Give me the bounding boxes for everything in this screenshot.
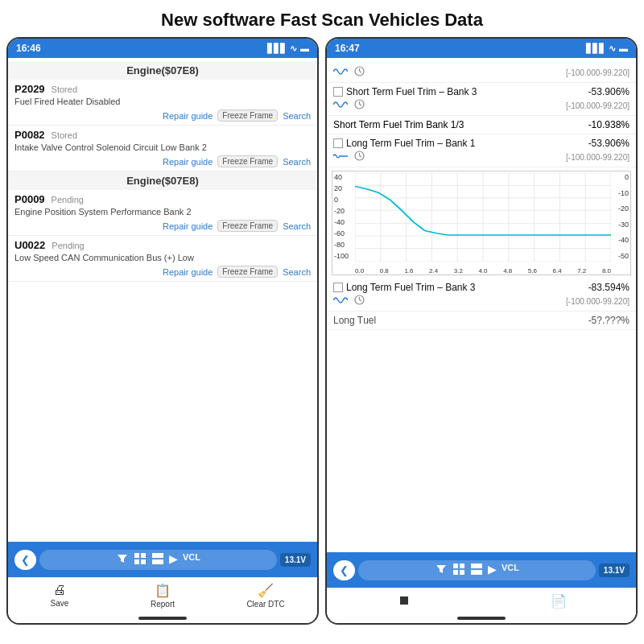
range-ltft-b1: [-100.000-99.220]	[566, 153, 630, 162]
label-ltft-b3: Long Term Fuel Trim – Bank 3	[346, 282, 588, 293]
label-partial2: uel	[363, 315, 376, 326]
left-bottom-toolbar: ❮ ▶ VCL 13.1V	[8, 542, 317, 577]
right-filter-icon[interactable]	[435, 563, 448, 578]
left-home-indicator	[138, 617, 187, 620]
left-signal-icon: ▋▋▋	[267, 43, 287, 54]
label-stft-b3: Short Term Fuel Trim – Bank 3	[346, 86, 588, 97]
sensor-row-partial: Long T uel -5?.???%	[327, 312, 636, 330]
sensor-row-ltft-b3: Long Term Fuel Trim – Bank 3 -83.594% [-…	[327, 279, 636, 312]
svg-rect-1	[141, 553, 146, 558]
left-phone: 16:46 ▋▋▋ ∿ ▬ Engine($07E8) P2029 Stored…	[6, 37, 319, 625]
left-wifi-icon: ∿	[290, 43, 297, 54]
right-nav-doc[interactable]: 📄	[481, 588, 636, 613]
search-btn-p2029[interactable]: Search	[283, 111, 311, 121]
left-back-btn[interactable]: ❮	[14, 550, 36, 570]
wave-icon-ltft-b1[interactable]	[333, 151, 348, 163]
right-signal-icon: ▋▋▋	[586, 43, 605, 54]
left-nav-report[interactable]: 📋 Report	[111, 578, 214, 613]
right-wifi-icon: ∿	[609, 43, 616, 54]
svg-rect-3	[141, 559, 146, 564]
right-bottom-toolbar: ❮ ▶ VCL 13.1V	[327, 552, 636, 588]
dtc-item-p0009: P0009 Pending Engine Position System Per…	[8, 190, 317, 236]
dtc-desc-p0082: Intake Valve Control Solenoid Circuit Lo…	[14, 142, 311, 152]
dtc-desc-p2029: Fuel Fired Heater Disabled	[14, 97, 311, 106]
clock-icon-stft-b3[interactable]	[354, 99, 365, 112]
checkbox-ltft-b3[interactable]	[333, 283, 343, 292]
freeze-frame-btn-p0009[interactable]: Freeze Frame	[217, 220, 278, 232]
left-vcl-label: VCL	[183, 552, 200, 568]
dtc-code-p0082: P0082	[14, 129, 45, 141]
value-ltft-b3: -83.594%	[588, 282, 630, 293]
clock-icon-top[interactable]	[354, 66, 365, 79]
left-save-label: Save	[51, 599, 69, 608]
right-vcl-label: VCL	[502, 563, 519, 578]
right-phone: 16:47 ▋▋▋ ∿ ▬	[325, 37, 638, 625]
right-layout2-icon[interactable]	[470, 563, 483, 578]
left-layout1-icon[interactable]	[134, 552, 147, 568]
right-doc-icon: 📄	[551, 593, 567, 609]
freeze-frame-btn-p2029[interactable]: Freeze Frame	[217, 109, 278, 122]
svg-rect-38	[460, 564, 464, 568]
right-status-bar: 16:47 ▋▋▋ ∿ ▬	[327, 39, 636, 58]
repair-guide-btn-u0022[interactable]: Repair guide	[163, 267, 213, 277]
left-layout2-icon[interactable]	[151, 552, 164, 568]
repair-guide-btn-p0009[interactable]: Repair guide	[163, 221, 213, 231]
sensor-chart: 40200-20-40-60-80-100 0-10-20-30-40-50	[332, 171, 631, 275]
dtc-status-p0009: Pending	[52, 195, 84, 204]
clock-icon-ltft-b1[interactable]	[354, 151, 365, 163]
freeze-frame-btn-u0022[interactable]: Freeze Frame	[217, 266, 278, 278]
sensor-row-stft-b3: Short Term Fuel Trim – Bank 3 -53.906% […	[327, 83, 636, 116]
dtc-item-p0082: P0082 Stored Intake Valve Control Soleno…	[8, 126, 317, 171]
dtc-status-p2029: Stored	[52, 85, 77, 94]
svg-rect-42	[471, 570, 482, 575]
right-back-btn[interactable]: ❮	[333, 560, 355, 580]
wave-icon-stft-b3[interactable]	[333, 100, 348, 112]
right-nav-stop[interactable]: ⏹	[327, 588, 481, 613]
freeze-frame-btn-p0082[interactable]: Freeze Frame	[217, 155, 278, 167]
search-btn-p0082[interactable]: Search	[283, 157, 311, 167]
left-battery-icon: ▬	[300, 43, 309, 53]
sensor-row-top: [-100.000-99.220]	[327, 61, 636, 83]
right-battery-icon: ▬	[619, 43, 628, 53]
dtc-code-p2029: P2029	[14, 83, 45, 95]
section-header-2: Engine($07E8)	[8, 171, 317, 190]
left-play-icon[interactable]: ▶	[169, 552, 178, 568]
checkbox-stft-b3[interactable]	[333, 87, 343, 97]
dtc-status-u0022: Pending	[52, 241, 84, 250]
right-layout1-icon[interactable]	[452, 563, 465, 578]
svg-line-8	[360, 72, 362, 73]
left-nav-clear[interactable]: 🧹 Clear DTC	[214, 578, 317, 613]
repair-guide-btn-p2029[interactable]: Repair guide	[163, 111, 213, 121]
right-home-indicator	[457, 617, 506, 620]
dtc-desc-u0022: Low Speed CAN Communication Bus (+) Low	[14, 253, 311, 262]
sensor-row-ltft-b1: Long Term Fuel Trim – Bank 1 -53.906% [-…	[327, 134, 636, 167]
sensor-row-stft-b13: Short Term Fuel Trim Bank 1/3 -10.938%	[327, 116, 636, 134]
wave-icon-top[interactable]	[333, 67, 348, 79]
svg-rect-41	[471, 564, 482, 568]
left-filter-icon[interactable]	[116, 552, 129, 568]
left-voltage-badge: 13.1V	[280, 553, 311, 567]
section-header-1: Engine($07E8)	[8, 61, 317, 80]
value-stft-b13: -10.938%	[588, 119, 630, 130]
label-partial: Long T	[333, 315, 363, 326]
svg-rect-40	[460, 570, 464, 575]
right-time: 16:47	[335, 43, 360, 54]
range-stft-b3: [-100.000-99.220]	[566, 101, 630, 110]
chart-inner	[355, 173, 611, 262]
clock-icon-ltft-b3[interactable]	[354, 295, 365, 308]
right-stop-icon: ⏹	[398, 593, 411, 608]
wave-icon-ltft-b3[interactable]	[333, 295, 348, 308]
repair-guide-btn-p0082[interactable]: Repair guide	[163, 157, 213, 167]
svg-rect-0	[134, 553, 139, 558]
right-play-icon[interactable]: ▶	[488, 563, 497, 578]
dtc-code-u0022: U0022	[14, 239, 45, 251]
checkbox-ltft-b1[interactable]	[333, 138, 343, 148]
value-partial: -5?.???%	[588, 315, 630, 326]
dtc-desc-p0009: Engine Position System Performance Bank …	[14, 207, 311, 217]
search-btn-u0022[interactable]: Search	[283, 267, 311, 277]
label-ltft-b1: Long Term Fuel Trim – Bank 1	[346, 138, 588, 149]
dtc-item-p2029: P2029 Stored Fuel Fired Heater Disabled …	[8, 80, 317, 126]
page-title: New software Fast Scan Vehicles Data	[0, 0, 644, 37]
search-btn-p0009[interactable]: Search	[283, 221, 311, 231]
left-nav-save[interactable]: 🖨 Save	[8, 578, 111, 613]
